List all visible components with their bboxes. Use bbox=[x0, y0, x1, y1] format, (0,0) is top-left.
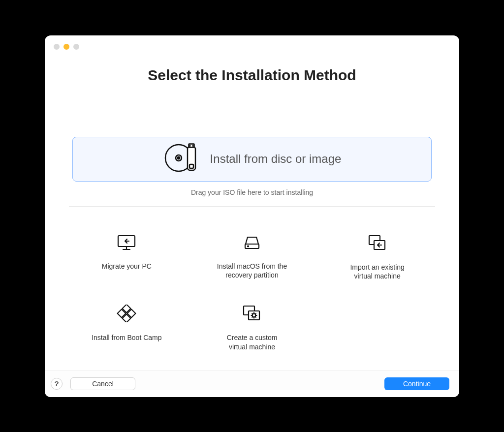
svg-line-26 bbox=[252, 313, 252, 314]
footer-bar: ? Cancel Continue bbox=[45, 370, 459, 397]
svg-line-27 bbox=[255, 317, 255, 317]
import-vm-icon bbox=[367, 234, 388, 263]
section-divider bbox=[69, 206, 435, 207]
dropzone-hint: Drag your ISO file here to start install… bbox=[191, 188, 313, 196]
option-label: Migrate your PC bbox=[102, 262, 152, 271]
cancel-button[interactable]: Cancel bbox=[70, 377, 135, 390]
minimize-window-button[interactable] bbox=[63, 44, 69, 50]
option-install-bootcamp[interactable]: Install from Boot Camp bbox=[69, 305, 185, 352]
help-icon: ? bbox=[54, 379, 59, 388]
close-window-button[interactable] bbox=[54, 44, 60, 50]
svg-line-28 bbox=[255, 313, 255, 314]
bootcamp-diamonds-icon bbox=[117, 305, 136, 333]
continue-button[interactable]: Continue bbox=[384, 377, 449, 390]
disc-usb-icon bbox=[163, 142, 201, 176]
option-label: Import an existing virtual machine bbox=[350, 263, 405, 281]
hard-drive-icon bbox=[242, 234, 262, 262]
help-button[interactable]: ? bbox=[51, 378, 63, 390]
maximize-window-button[interactable] bbox=[73, 44, 79, 50]
option-create-custom-vm[interactable]: Create a custom virtual machine bbox=[194, 305, 310, 352]
installer-window: Select the Installation Method Install f… bbox=[45, 35, 459, 397]
option-label: Install from Boot Camp bbox=[92, 333, 161, 342]
option-label: Install macOS from the recovery partitio… bbox=[217, 262, 287, 280]
install-from-disc-dropzone[interactable]: Install from disc or image bbox=[72, 137, 432, 182]
svg-point-2 bbox=[177, 157, 179, 159]
option-install-macos-recovery[interactable]: Install macOS from the recovery partitio… bbox=[194, 234, 310, 281]
monitor-import-icon bbox=[117, 234, 136, 262]
svg-rect-3 bbox=[188, 147, 195, 170]
dropzone-label: Install from disc or image bbox=[210, 152, 342, 166]
window-controls bbox=[54, 44, 79, 50]
svg-line-29 bbox=[252, 317, 252, 317]
option-label: Create a custom virtual machine bbox=[227, 333, 278, 352]
option-migrate-pc[interactable]: Migrate your PC bbox=[69, 234, 185, 281]
option-import-existing-vm[interactable]: Import an existing virtual machine bbox=[319, 234, 435, 281]
page-title: Select the Installation Method bbox=[148, 67, 356, 84]
options-grid: Migrate your PC Install macOS from the r… bbox=[69, 234, 435, 352]
content-area: Select the Installation Method Install f… bbox=[45, 35, 459, 370]
svg-point-12 bbox=[248, 246, 249, 247]
custom-vm-gear-icon bbox=[241, 305, 263, 333]
